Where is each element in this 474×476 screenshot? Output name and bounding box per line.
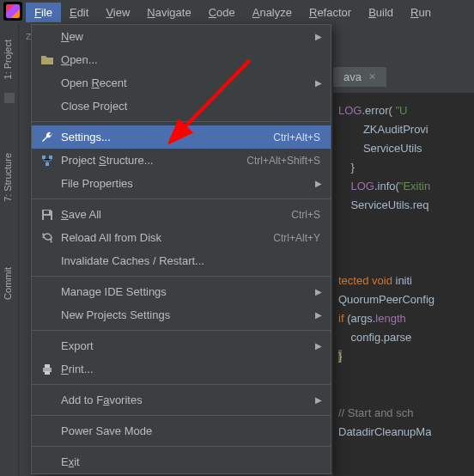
- menu-item-label: Manage IDE Settings: [61, 285, 320, 298]
- menu-save-all[interactable]: Save AllCtrl+S: [32, 203, 331, 226]
- menu-shortcut: Ctrl+Alt+S: [273, 131, 320, 143]
- menu-new[interactable]: New▶: [32, 25, 331, 48]
- menu-item-label: Export: [61, 339, 320, 352]
- menu-exit[interactable]: Exit: [32, 450, 331, 473]
- svg-rect-0: [42, 156, 46, 159]
- blank-icon: [39, 339, 56, 353]
- menu-item-label: Open...: [61, 53, 320, 66]
- struct-icon: [39, 154, 56, 168]
- toolwindow-structure[interactable]: 7: Structure: [0, 146, 15, 209]
- submenu-arrow-icon: ▶: [315, 395, 322, 405]
- submenu-arrow-icon: ▶: [315, 310, 322, 320]
- blank-icon: [39, 424, 56, 438]
- menu-project-structure[interactable]: Project Structure...Ctrl+Alt+Shift+S: [32, 149, 331, 172]
- menu-item-label: Project Structure...: [61, 154, 246, 167]
- submenu-arrow-icon: ▶: [315, 179, 322, 188]
- menu-open[interactable]: Open...: [32, 48, 331, 71]
- toolwindow-icon: [4, 93, 15, 103]
- menu-close-project[interactable]: Close Project: [32, 95, 331, 118]
- submenu-arrow-icon: ▶: [315, 287, 322, 296]
- menu-file-properties[interactable]: File Properties▶: [32, 172, 331, 195]
- ide-logo: [3, 2, 22, 21]
- menubar-run[interactable]: Run: [402, 3, 440, 22]
- menu-settings[interactable]: Settings...Ctrl+Alt+S: [32, 125, 331, 149]
- svg-rect-7: [45, 371, 50, 375]
- close-icon[interactable]: ✕: [368, 71, 376, 82]
- menu-item-label: Invalidate Caches / Restart...: [61, 254, 320, 267]
- menu-export[interactable]: Export▶: [32, 334, 331, 357]
- menu-reload-all-from-disk[interactable]: Reload All from DiskCtrl+Alt+Y: [32, 226, 331, 249]
- editor-tab-label: ava: [343, 70, 362, 83]
- blank-icon: [39, 76, 56, 90]
- svg-rect-2: [46, 162, 49, 166]
- blank-icon: [39, 455, 56, 469]
- blank-icon: [39, 308, 56, 322]
- submenu-arrow-icon: ▶: [315, 78, 322, 88]
- menu-item-label: Close Project: [61, 100, 320, 113]
- menu-new-projects-settings[interactable]: New Projects Settings▶: [32, 303, 331, 326]
- menu-item-label: New Projects Settings: [61, 308, 320, 321]
- tool-window-strip: 1: Project 7: Structure Commit: [0, 24, 19, 476]
- print-icon: [39, 363, 56, 376]
- menu-print[interactable]: Print...: [32, 357, 331, 381]
- svg-rect-1: [49, 156, 52, 159]
- menubar-code[interactable]: Code: [200, 3, 244, 22]
- reload-icon: [39, 231, 56, 245]
- menubar-refactor[interactable]: Refactor: [301, 3, 360, 22]
- blank-icon: [39, 285, 56, 299]
- menu-open-recent[interactable]: Open Recent▶: [32, 71, 331, 95]
- menu-item-label: Add to Favorites: [61, 394, 320, 406]
- blank-icon: [39, 254, 56, 268]
- menu-item-label: File Properties: [61, 177, 320, 190]
- blank-icon: [39, 394, 56, 407]
- menubar-file[interactable]: File: [26, 3, 61, 22]
- menu-item-label: Exit: [61, 455, 320, 468]
- menubar-edit[interactable]: Edit: [61, 3, 97, 22]
- menu-shortcut: Ctrl+Alt+Shift+S: [246, 155, 320, 167]
- menu-shortcut: Ctrl+Alt+Y: [273, 232, 320, 244]
- menu-item-label: Settings...: [61, 131, 273, 143]
- blank-icon: [39, 30, 56, 44]
- menu-item-label: Reload All from Disk: [61, 231, 273, 244]
- code-editor[interactable]: LOG.error( "U ZKAuditProvi ServiceUtils …: [333, 93, 474, 476]
- menubar-navigate[interactable]: Navigate: [138, 3, 199, 22]
- save-icon: [39, 208, 56, 222]
- svg-rect-4: [44, 216, 51, 220]
- file-menu-dropdown: New▶Open...Open Recent▶Close ProjectSett…: [31, 24, 331, 474]
- menu-power-save-mode[interactable]: Power Save Mode: [32, 419, 331, 442]
- menu-invalidate-caches-restart[interactable]: Invalidate Caches / Restart...: [32, 249, 331, 272]
- menubar-view[interactable]: View: [97, 3, 138, 22]
- svg-rect-3: [44, 211, 49, 214]
- blank-icon: [39, 177, 56, 191]
- submenu-arrow-icon: ▶: [315, 341, 322, 351]
- svg-rect-6: [45, 364, 50, 368]
- menubar-analyze[interactable]: Analyze: [244, 3, 301, 22]
- submenu-arrow-icon: ▶: [315, 32, 322, 41]
- menu-item-label: Power Save Mode: [61, 424, 320, 437]
- menu-item-label: Open Recent: [61, 76, 320, 89]
- folder-icon: [39, 53, 56, 67]
- wrench-icon: [39, 131, 56, 144]
- menubar: FileEditViewNavigateCodeAnalyzeRefactorB…: [0, 0, 474, 24]
- menu-item-label: New: [61, 30, 320, 43]
- menu-manage-ide-settings[interactable]: Manage IDE Settings▶: [32, 280, 331, 303]
- toolwindow-commit[interactable]: Commit: [0, 260, 15, 307]
- editor-tab[interactable]: ava ✕: [333, 67, 386, 87]
- menu-item-label: Save All: [61, 208, 291, 221]
- blank-icon: [39, 100, 56, 113]
- menu-item-label: Print...: [61, 363, 320, 375]
- toolwindow-project[interactable]: 1: Project: [0, 33, 15, 86]
- menubar-build[interactable]: Build: [360, 3, 402, 22]
- menu-shortcut: Ctrl+S: [291, 209, 320, 221]
- menu-add-to-favorites[interactable]: Add to Favorites▶: [32, 388, 331, 412]
